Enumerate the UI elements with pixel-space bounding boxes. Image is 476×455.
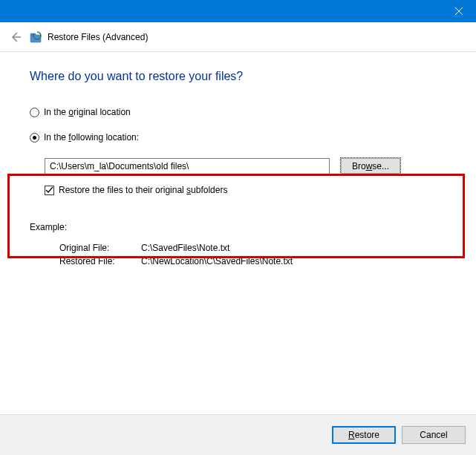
check-icon bbox=[45, 186, 53, 194]
path-row: Browse... bbox=[45, 157, 446, 174]
option-following-label: In the following location: bbox=[44, 132, 139, 143]
example-section: Example: Original File: C:\SavedFiles\No… bbox=[30, 222, 446, 266]
restore-subfolders-checkbox[interactable] bbox=[45, 186, 54, 195]
location-path-input[interactable] bbox=[45, 158, 330, 174]
radio-original[interactable] bbox=[30, 108, 39, 117]
radio-following[interactable] bbox=[30, 133, 39, 143]
example-label: Example: bbox=[30, 222, 446, 232]
back-arrow-icon bbox=[10, 31, 22, 43]
restore-icon bbox=[30, 30, 43, 44]
footer: Restore Cancel bbox=[0, 414, 476, 455]
option-original-location[interactable]: In the original location bbox=[30, 107, 446, 117]
option-following-location[interactable]: In the following location: bbox=[30, 132, 446, 143]
browse-button[interactable]: Browse... bbox=[340, 157, 401, 174]
option-following-block: In the following location: Browse... Res… bbox=[30, 132, 446, 195]
restore-button[interactable]: Restore bbox=[332, 426, 396, 444]
option-original-label: In the original location bbox=[44, 107, 131, 117]
cancel-button[interactable]: Cancel bbox=[402, 426, 466, 444]
close-icon bbox=[455, 7, 463, 15]
header-bar: Restore Files (Advanced) bbox=[0, 22, 476, 52]
window-title: Restore Files (Advanced) bbox=[48, 32, 148, 42]
example-grid: Original File: C:\SavedFiles\Note.txt Re… bbox=[59, 243, 446, 266]
example-restored-key: Restored File: bbox=[59, 256, 141, 266]
back-button[interactable] bbox=[7, 29, 24, 45]
example-restored-val: C:\NewLocation\C\SavedFiles\Note.txt bbox=[141, 256, 446, 266]
page-heading: Where do you want to restore your files? bbox=[30, 70, 446, 83]
titlebar bbox=[0, 0, 476, 22]
restore-subfolders-option[interactable]: Restore the files to their original subf… bbox=[45, 185, 446, 195]
example-original-key: Original File: bbox=[59, 243, 141, 253]
restore-subfolders-label: Restore the files to their original subf… bbox=[59, 185, 227, 195]
content-area: Where do you want to restore your files?… bbox=[0, 52, 476, 414]
example-original-val: C:\SavedFiles\Note.txt bbox=[141, 243, 446, 253]
close-button[interactable] bbox=[442, 0, 476, 22]
